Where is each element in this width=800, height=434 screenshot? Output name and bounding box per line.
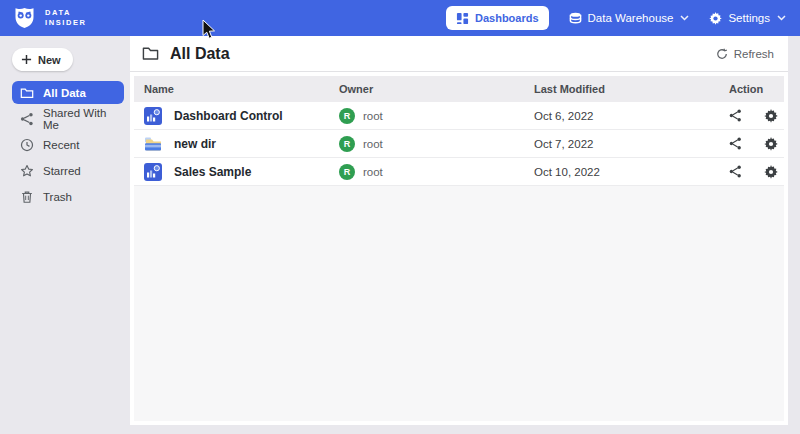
sidebar-item-recent[interactable]: Recent (12, 133, 124, 156)
owner-avatar: R (339, 164, 355, 180)
logo-text-line1: DATA (45, 8, 87, 18)
folder-icon (142, 45, 159, 62)
owner-name: root (363, 166, 383, 178)
refresh-label: Refresh (734, 48, 774, 60)
column-header-action: Action (719, 83, 784, 95)
dashboard-file-icon (144, 107, 162, 125)
sidebar-item-label: Shared With Me (43, 107, 116, 131)
clock-icon (20, 138, 34, 152)
share-icon[interactable] (729, 137, 742, 150)
nav-dashboards-button[interactable]: Dashboards (446, 6, 549, 30)
share-icon[interactable] (729, 165, 742, 178)
last-modified: Oct 6, 2022 (524, 110, 719, 122)
column-header-last-modified: Last Modified (524, 83, 719, 95)
nav-dashboards-label: Dashboards (475, 12, 539, 24)
star-icon (20, 164, 34, 178)
sidebar-item-shared-with-me[interactable]: Shared With Me (12, 107, 124, 130)
gear-icon[interactable] (764, 109, 778, 123)
gear-icon[interactable] (764, 137, 778, 151)
main-header: All Data Refresh (130, 36, 788, 72)
page-title-text: All Data (170, 45, 230, 63)
table-header-row: Name Owner Last Modified Action (134, 76, 784, 102)
dashboard-icon (456, 12, 469, 25)
new-button[interactable]: New (12, 48, 73, 71)
owner-name: root (363, 110, 383, 122)
nav-data-warehouse[interactable]: Data Warehouse (569, 12, 690, 25)
sidebar-item-trash[interactable]: Trash (12, 185, 124, 208)
refresh-icon (716, 48, 728, 60)
file-name: new dir (174, 137, 216, 151)
share-icon[interactable] (729, 109, 742, 122)
gear-icon[interactable] (764, 165, 778, 179)
sidebar-item-starred[interactable]: Starred (12, 159, 124, 182)
table-row[interactable]: Dashboard Control R root Oct 6, 2022 (134, 102, 784, 130)
chevron-down-icon (680, 15, 689, 21)
table-row[interactable]: Sales Sample R root Oct 10, 2022 (134, 158, 784, 186)
main-panel: All Data Refresh Name Owner Last Modifie… (130, 36, 788, 425)
nav-settings-label: Settings (728, 12, 770, 24)
chevron-down-icon (777, 15, 786, 21)
sidebar-item-label: Recent (43, 139, 79, 151)
sidebar-item-label: Trash (43, 191, 72, 203)
gear-icon (709, 12, 722, 25)
owner-avatar: R (339, 108, 355, 124)
owner-name: root (363, 138, 383, 150)
files-table: Name Owner Last Modified Action Dashboar… (134, 76, 784, 421)
refresh-button[interactable]: Refresh (716, 48, 774, 60)
dashboard-file-icon (144, 163, 162, 181)
file-name: Dashboard Control (174, 109, 283, 123)
file-name: Sales Sample (174, 165, 251, 179)
sidebar: New All Data Shared With Me (0, 36, 130, 434)
folder-file-icon (144, 135, 162, 153)
plus-icon (21, 54, 32, 65)
sidebar-item-label: Starred (43, 165, 81, 177)
nav-data-warehouse-label: Data Warehouse (588, 12, 674, 24)
last-modified: Oct 7, 2022 (524, 138, 719, 150)
top-header: DATA INSIDER Dashboards Data Warehouse (0, 0, 800, 36)
column-header-name: Name (134, 83, 329, 95)
sidebar-item-all-data[interactable]: All Data (12, 81, 124, 104)
top-navigation: Dashboards Data Warehouse Settings (446, 6, 786, 30)
column-header-owner: Owner (329, 83, 524, 95)
app-body: New All Data Shared With Me (0, 36, 800, 434)
table-row[interactable]: new dir R root Oct 7, 2022 (134, 130, 784, 158)
share-icon (20, 112, 34, 126)
sidebar-menu: All Data Shared With Me Recent (12, 81, 122, 208)
trash-icon (20, 190, 34, 204)
sidebar-item-label: All Data (43, 87, 86, 99)
page-title: All Data (142, 45, 230, 63)
last-modified: Oct 10, 2022 (524, 166, 719, 178)
logo-text-line2: INSIDER (45, 18, 87, 28)
folder-icon (20, 86, 34, 100)
owl-logo-icon (12, 7, 37, 29)
owner-avatar: R (339, 136, 355, 152)
database-icon (569, 12, 582, 25)
app-logo: DATA INSIDER (12, 7, 87, 29)
nav-settings[interactable]: Settings (709, 12, 786, 25)
new-button-label: New (38, 54, 61, 66)
